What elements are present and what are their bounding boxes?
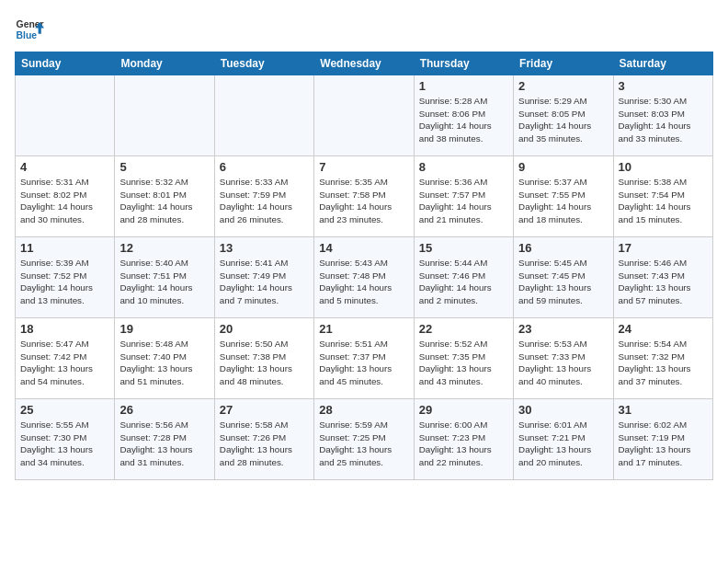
calendar-cell — [115, 75, 214, 156]
calendar-cell: 9Sunrise: 5:37 AM Sunset: 7:55 PM Daylig… — [514, 156, 613, 237]
day-number: 27 — [220, 403, 309, 417]
day-info: Sunrise: 5:37 AM Sunset: 7:55 PM Dayligh… — [518, 176, 608, 226]
day-info: Sunrise: 6:01 AM Sunset: 7:21 PM Dayligh… — [518, 419, 608, 469]
day-number: 10 — [619, 160, 708, 174]
day-number: 28 — [319, 403, 408, 417]
calendar-week-5: 25Sunrise: 5:55 AM Sunset: 7:30 PM Dayli… — [16, 399, 713, 480]
day-number: 18 — [20, 322, 109, 336]
day-info: Sunrise: 5:38 AM Sunset: 7:54 PM Dayligh… — [619, 176, 708, 226]
calendar-cell: 25Sunrise: 5:55 AM Sunset: 7:30 PM Dayli… — [16, 399, 115, 480]
calendar-cell: 31Sunrise: 6:02 AM Sunset: 7:19 PM Dayli… — [613, 399, 712, 480]
weekday-header-thursday: Thursday — [414, 52, 513, 75]
calendar-cell: 13Sunrise: 5:41 AM Sunset: 7:49 PM Dayli… — [214, 237, 313, 318]
calendar-cell: 4Sunrise: 5:31 AM Sunset: 8:02 PM Daylig… — [16, 156, 115, 237]
day-number: 31 — [619, 403, 708, 417]
calendar-cell: 8Sunrise: 5:36 AM Sunset: 7:57 PM Daylig… — [414, 156, 513, 237]
day-info: Sunrise: 5:33 AM Sunset: 7:59 PM Dayligh… — [220, 176, 309, 226]
calendar-cell: 14Sunrise: 5:43 AM Sunset: 7:48 PM Dayli… — [314, 237, 414, 318]
weekday-header-monday: Monday — [115, 52, 214, 75]
day-info: Sunrise: 5:30 AM Sunset: 8:03 PM Dayligh… — [619, 95, 708, 145]
calendar-cell: 18Sunrise: 5:47 AM Sunset: 7:42 PM Dayli… — [16, 318, 115, 399]
day-number: 15 — [419, 241, 508, 255]
day-number: 11 — [20, 241, 109, 255]
day-number: 14 — [319, 241, 408, 255]
day-number: 30 — [518, 403, 608, 417]
calendar-cell: 6Sunrise: 5:33 AM Sunset: 7:59 PM Daylig… — [214, 156, 313, 237]
svg-text:Blue: Blue — [17, 30, 38, 40]
weekday-header-row: SundayMondayTuesdayWednesdayThursdayFrid… — [16, 52, 713, 75]
calendar-week-2: 4Sunrise: 5:31 AM Sunset: 8:02 PM Daylig… — [16, 156, 713, 237]
calendar-cell: 11Sunrise: 5:39 AM Sunset: 7:52 PM Dayli… — [16, 237, 115, 318]
day-number: 7 — [319, 160, 408, 174]
calendar-cell: 10Sunrise: 5:38 AM Sunset: 7:54 PM Dayli… — [613, 156, 712, 237]
day-number: 20 — [220, 322, 309, 336]
day-number: 2 — [518, 79, 608, 93]
day-info: Sunrise: 6:00 AM Sunset: 7:23 PM Dayligh… — [419, 419, 508, 469]
logo: General Blue — [15, 15, 48, 44]
day-info: Sunrise: 5:58 AM Sunset: 7:26 PM Dayligh… — [220, 419, 309, 469]
day-number: 1 — [419, 79, 508, 93]
day-info: Sunrise: 5:40 AM Sunset: 7:51 PM Dayligh… — [119, 257, 209, 307]
day-number: 16 — [518, 241, 608, 255]
day-info: Sunrise: 5:32 AM Sunset: 8:01 PM Dayligh… — [119, 176, 209, 226]
day-number: 25 — [20, 403, 109, 417]
day-info: Sunrise: 5:31 AM Sunset: 8:02 PM Dayligh… — [20, 176, 109, 226]
weekday-header-saturday: Saturday — [613, 52, 712, 75]
day-info: Sunrise: 5:50 AM Sunset: 7:38 PM Dayligh… — [220, 338, 309, 388]
day-info: Sunrise: 5:41 AM Sunset: 7:49 PM Dayligh… — [220, 257, 309, 307]
day-number: 23 — [518, 322, 608, 336]
weekday-header-sunday: Sunday — [16, 52, 115, 75]
calendar-cell: 1Sunrise: 5:28 AM Sunset: 8:06 PM Daylig… — [414, 75, 513, 156]
weekday-header-friday: Friday — [514, 52, 613, 75]
day-info: Sunrise: 5:47 AM Sunset: 7:42 PM Dayligh… — [20, 338, 109, 388]
calendar-cell: 28Sunrise: 5:59 AM Sunset: 7:25 PM Dayli… — [314, 399, 414, 480]
day-info: Sunrise: 5:39 AM Sunset: 7:52 PM Dayligh… — [20, 257, 109, 307]
day-info: Sunrise: 5:28 AM Sunset: 8:06 PM Dayligh… — [419, 95, 508, 145]
day-number: 12 — [119, 241, 209, 255]
calendar-week-3: 11Sunrise: 5:39 AM Sunset: 7:52 PM Dayli… — [16, 237, 713, 318]
day-info: Sunrise: 5:52 AM Sunset: 7:35 PM Dayligh… — [419, 338, 508, 388]
day-number: 8 — [419, 160, 508, 174]
day-info: Sunrise: 5:53 AM Sunset: 7:33 PM Dayligh… — [518, 338, 608, 388]
day-info: Sunrise: 5:48 AM Sunset: 7:40 PM Dayligh… — [119, 338, 209, 388]
day-number: 17 — [619, 241, 708, 255]
calendar-cell: 26Sunrise: 5:56 AM Sunset: 7:28 PM Dayli… — [115, 399, 214, 480]
day-number: 22 — [419, 322, 508, 336]
day-info: Sunrise: 5:51 AM Sunset: 7:37 PM Dayligh… — [319, 338, 408, 388]
weekday-header-tuesday: Tuesday — [214, 52, 313, 75]
day-info: Sunrise: 5:46 AM Sunset: 7:43 PM Dayligh… — [619, 257, 708, 307]
calendar-cell: 30Sunrise: 6:01 AM Sunset: 7:21 PM Dayli… — [514, 399, 613, 480]
day-info: Sunrise: 6:02 AM Sunset: 7:19 PM Dayligh… — [619, 419, 708, 469]
day-info: Sunrise: 5:55 AM Sunset: 7:30 PM Dayligh… — [20, 419, 109, 469]
day-number: 24 — [619, 322, 708, 336]
calendar-table: SundayMondayTuesdayWednesdayThursdayFrid… — [15, 52, 713, 480]
day-info: Sunrise: 5:44 AM Sunset: 7:46 PM Dayligh… — [419, 257, 508, 307]
calendar-cell: 19Sunrise: 5:48 AM Sunset: 7:40 PM Dayli… — [115, 318, 214, 399]
weekday-header-wednesday: Wednesday — [314, 52, 414, 75]
calendar-cell: 15Sunrise: 5:44 AM Sunset: 7:46 PM Dayli… — [414, 237, 513, 318]
calendar-cell: 21Sunrise: 5:51 AM Sunset: 7:37 PM Dayli… — [314, 318, 414, 399]
day-number: 3 — [619, 79, 708, 93]
calendar-cell: 23Sunrise: 5:53 AM Sunset: 7:33 PM Dayli… — [514, 318, 613, 399]
day-info: Sunrise: 5:35 AM Sunset: 7:58 PM Dayligh… — [319, 176, 408, 226]
day-number: 29 — [419, 403, 508, 417]
calendar-cell: 3Sunrise: 5:30 AM Sunset: 8:03 PM Daylig… — [613, 75, 712, 156]
day-number: 13 — [220, 241, 309, 255]
day-number: 4 — [20, 160, 109, 174]
day-info: Sunrise: 5:43 AM Sunset: 7:48 PM Dayligh… — [319, 257, 408, 307]
day-number: 5 — [119, 160, 209, 174]
day-number: 6 — [220, 160, 309, 174]
calendar-cell — [214, 75, 313, 156]
logo-icon: General Blue — [15, 15, 44, 44]
day-number: 21 — [319, 322, 408, 336]
calendar-week-4: 18Sunrise: 5:47 AM Sunset: 7:42 PM Dayli… — [16, 318, 713, 399]
calendar-cell: 5Sunrise: 5:32 AM Sunset: 8:01 PM Daylig… — [115, 156, 214, 237]
day-info: Sunrise: 5:36 AM Sunset: 7:57 PM Dayligh… — [419, 176, 508, 226]
day-info: Sunrise: 5:29 AM Sunset: 8:05 PM Dayligh… — [518, 95, 608, 145]
calendar-cell: 24Sunrise: 5:54 AM Sunset: 7:32 PM Dayli… — [613, 318, 712, 399]
calendar-cell: 7Sunrise: 5:35 AM Sunset: 7:58 PM Daylig… — [314, 156, 414, 237]
calendar-cell — [16, 75, 115, 156]
calendar-week-1: 1Sunrise: 5:28 AM Sunset: 8:06 PM Daylig… — [16, 75, 713, 156]
calendar-cell: 12Sunrise: 5:40 AM Sunset: 7:51 PM Dayli… — [115, 237, 214, 318]
day-info: Sunrise: 5:54 AM Sunset: 7:32 PM Dayligh… — [619, 338, 708, 388]
